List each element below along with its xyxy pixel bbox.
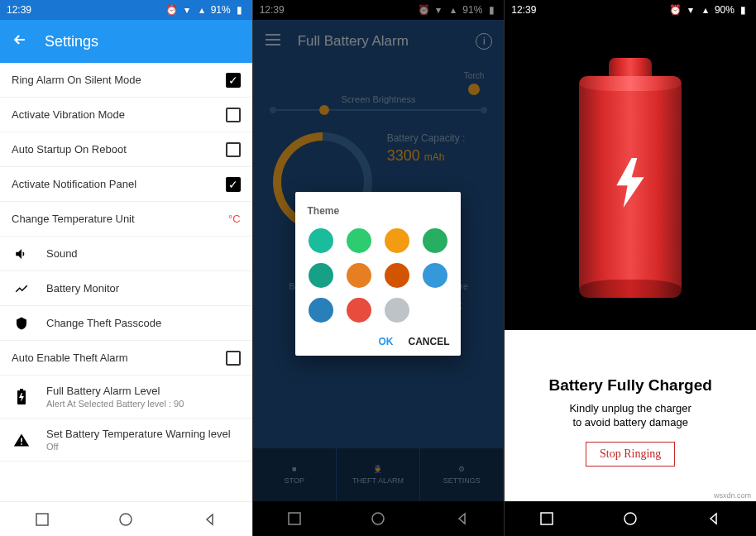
battery-cap-icon [609,58,652,76]
nav-bar [505,501,756,536]
setting-startup[interactable]: Auto Startup On Reboot [0,132,252,167]
checkbox-icon[interactable] [226,351,241,366]
setting-temp-warning[interactable]: Set Battery Temperature Warning level Of… [0,419,252,462]
nav-recent[interactable] [32,510,52,529]
setting-label: Activate Vibration Mode [12,108,125,121]
charged-panel: Battery Fully Charged Kindly unplug the … [505,330,756,501]
tab-theft-alarm[interactable]: 👮 THEFT ALARM [337,448,420,501]
nav-bar [253,501,505,536]
setting-alarm-level[interactable]: Full Battery Alarm Level Alert At Select… [0,376,252,419]
cancel-button[interactable]: CANCEL [408,336,449,347]
nav-back[interactable] [452,509,472,529]
capacity-label: Battery Capacity : [387,132,485,144]
setting-label: Change Theft Passcode [46,317,161,329]
theme-swatch[interactable] [309,228,333,253]
nav-bar [0,501,252,536]
svg-rect-1 [20,389,23,390]
slider-min-icon [270,107,276,113]
svg-rect-4 [289,513,300,524]
setting-label: Activate Notification Panel [12,178,136,190]
stop-ringing-button[interactable]: Stop Ringing [586,442,675,467]
theme-swatch[interactable] [423,263,447,288]
nav-back[interactable] [704,509,724,529]
status-icons: ⏰ ▾ ▴ 91% ▮ [166,4,246,16]
info-icon[interactable]: i [476,33,492,50]
tab-stop[interactable]: ■ STOP [253,448,337,501]
svg-rect-6 [541,513,553,524]
setting-text: Set Battery Temperature Warning level Of… [46,428,241,452]
theme-swatch[interactable] [385,298,409,323]
battery-percent: 91% [462,4,482,16]
battery-percent: 91% [211,4,231,16]
torch-label: Torch [464,71,484,80]
dialog-actions: OK CANCEL [307,331,449,347]
nav-home[interactable] [620,509,640,529]
brightness-slider[interactable] [273,109,485,111]
tab-settings[interactable]: ⚙ SETTINGS [420,448,504,501]
capacity-value: 3300 mAh [387,147,485,165]
theme-swatches [307,228,449,323]
wifi-icon: ▾ [685,4,696,16]
nav-recent[interactable] [537,509,557,529]
alarm-icon: ⏰ [670,4,682,16]
setting-label: Ring Alarm On Silent Mode [12,74,141,86]
setting-sound[interactable]: Sound [0,237,252,271]
setting-battery-monitor[interactable]: Battery Monitor [0,271,252,306]
battery-icon [12,389,31,405]
setting-vibration[interactable]: Activate Vibration Mode [0,98,252,132]
nav-home[interactable] [116,510,136,529]
nav-back[interactable] [200,510,220,529]
settings-screen: 12:39 ⏰ ▾ ▴ 91% ▮ Settings Ring Alarm On… [0,0,252,536]
bolt-icon [614,158,647,217]
setting-label: Battery Monitor [46,282,119,294]
battery-graphic [579,58,682,298]
app-bar-title: Settings [45,33,98,50]
setting-theft-alarm[interactable]: Auto Enable Theft Alarm [0,341,252,376]
charged-title: Battery Fully Charged [521,376,739,395]
svg-point-5 [372,513,384,524]
wifi-icon: ▾ [181,4,193,16]
theme-swatch[interactable] [347,298,371,323]
slider-thumb[interactable] [319,105,329,115]
status-icons: ⏰ ▾ ▴ 91% ▮ [418,4,497,16]
setting-label: Sound [46,247,78,260]
checkbox-icon[interactable] [226,108,241,122]
theme-swatch[interactable] [385,228,409,253]
battery-illustration [505,20,756,330]
app-bar: Settings [0,20,252,63]
checkbox-icon[interactable] [226,142,241,157]
torch-toggle[interactable]: Torch [464,71,484,95]
nav-recent[interactable] [285,509,304,529]
theme-swatch[interactable] [385,263,409,288]
status-time: 12:39 [260,4,285,16]
back-icon[interactable] [12,31,28,52]
setting-sublabel: Off [46,442,241,452]
charged-message: Kindly unplug the charger to avoid batte… [521,401,739,430]
battery-body-icon [579,76,682,298]
theft-icon: 👮 [373,465,382,473]
checkbox-icon[interactable]: ✓ [226,73,241,88]
svg-point-3 [120,514,132,525]
theme-swatch[interactable] [347,263,371,288]
theme-swatch[interactable] [347,228,371,253]
theme-swatch[interactable] [423,228,447,253]
ok-button[interactable]: OK [378,336,393,347]
alarm-screen: 12:39 ⏰ ▾ ▴ 91% ▮ Full Battery Alarm i T… [252,0,505,536]
status-bar: 12:39 ⏰ ▾ ▴ 90% ▮ [505,0,756,20]
theme-swatch[interactable] [309,298,333,323]
setting-theft-passcode[interactable]: Change Theft Passcode [0,306,252,341]
checkbox-icon[interactable]: ✓ [226,177,241,192]
svg-rect-2 [36,514,48,525]
tab-bar: ■ STOP 👮 THEFT ALARM ⚙ SETTINGS [253,448,505,501]
setting-temperature-unit[interactable]: Change Temperature Unit °C [0,202,252,237]
status-bar: 12:39 ⏰ ▾ ▴ 91% ▮ [253,0,505,20]
settings-list: Ring Alarm On Silent Mode ✓ Activate Vib… [0,63,252,501]
alarm-icon: ⏰ [418,4,429,16]
setting-sublabel: Alert At Selected Battery level : 90 [46,399,241,409]
battery-percent: 90% [715,4,734,16]
setting-ring-silent[interactable]: Ring Alarm On Silent Mode ✓ [0,63,252,98]
setting-notification[interactable]: Activate Notification Panel ✓ [0,167,252,202]
nav-home[interactable] [368,509,388,529]
theme-swatch[interactable] [309,263,333,288]
menu-icon[interactable] [265,33,281,50]
